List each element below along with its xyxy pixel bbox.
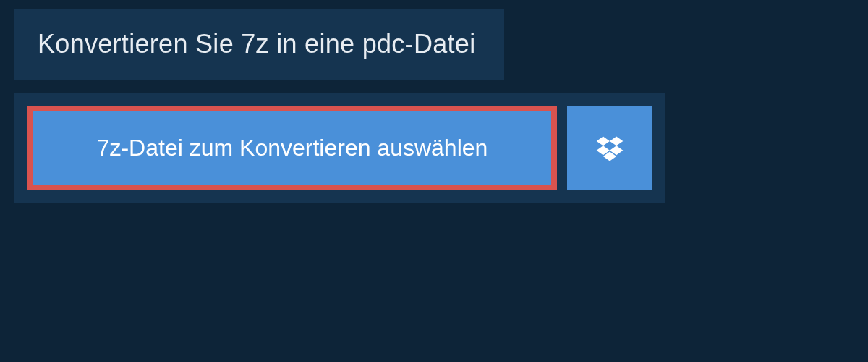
dropbox-icon xyxy=(594,132,626,164)
select-file-label: 7z-Datei zum Konvertieren auswählen xyxy=(97,135,488,161)
header-bar: Konvertieren Sie 7z in eine pdc-Datei xyxy=(14,9,504,80)
page-title: Konvertieren Sie 7z in eine pdc-Datei xyxy=(38,29,475,59)
dropbox-button[interactable] xyxy=(567,106,652,190)
action-panel: 7z-Datei zum Konvertieren auswählen xyxy=(14,93,665,203)
select-file-button[interactable]: 7z-Datei zum Konvertieren auswählen xyxy=(27,106,557,190)
